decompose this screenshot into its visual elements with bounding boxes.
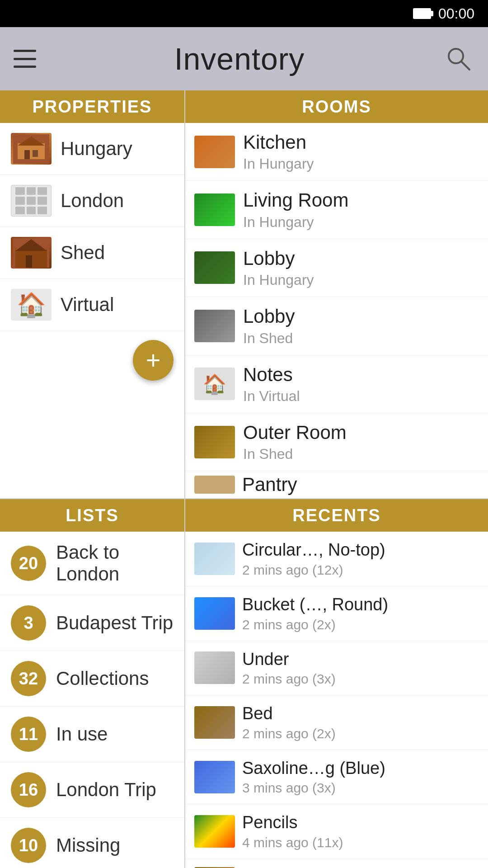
recent-item-pencils[interactable]: Pencils 4 mins ago (11x) — [185, 804, 488, 859]
svg-rect-3 — [18, 143, 45, 159]
room-name-lobby-hungary: Lobby — [243, 247, 314, 270]
status-bar: 00:00 — [0, 0, 488, 27]
list-count-collections: 32 — [19, 669, 38, 689]
room-info-outer-room: Outer Room In Shed — [243, 421, 347, 462]
recent-time-saxoline: 3 mins ago (3x) — [242, 780, 385, 796]
recent-name-bed: Bed — [242, 703, 336, 724]
room-name-notes: Notes — [243, 363, 300, 386]
room-thumb-outer-room — [194, 426, 235, 458]
recent-thumb-saxoline — [194, 761, 235, 793]
list-name-back-to-london: Back to London — [56, 542, 174, 585]
search-icon — [445, 45, 472, 72]
list-count-missing: 10 — [19, 836, 38, 855]
room-info-notes-virtual: Notes In Virtual — [243, 363, 300, 405]
properties-header: PROPERTIES — [0, 90, 184, 123]
list-item-back-to-london[interactable]: 20 Back to London — [0, 532, 184, 595]
recents-header: RECENTS — [185, 499, 488, 532]
main-content: PROPERTIES Hungary — [0, 90, 488, 498]
room-location-notes: In Virtual — [243, 388, 300, 405]
room-item-pantry-partial[interactable]: Pantry — [185, 471, 488, 498]
recent-name-pencils: Pencils — [242, 812, 343, 833]
room-name-living-room: Living Room — [243, 189, 348, 212]
room-thumb-notes-virtual: 🏠 — [194, 368, 235, 400]
property-thumb-hungary — [11, 133, 52, 165]
recent-item-back-section-partial[interactable]: Back Section — [185, 859, 488, 868]
property-thumb-shed — [11, 237, 52, 269]
list-badge-london-trip: 16 — [11, 772, 46, 807]
property-name-virtual: Virtual — [61, 294, 114, 316]
room-item-lobby-hungary[interactable]: Lobby In Hungary — [185, 239, 488, 297]
recent-time-circular: 2 mins ago (12x) — [242, 562, 385, 578]
recent-time-bucket: 2 mins ago (2x) — [242, 617, 388, 632]
recent-name-bucket: Bucket (…, Round) — [242, 594, 388, 615]
list-name-in-use: In use — [56, 723, 108, 745]
list-name-missing: Missing — [56, 835, 120, 856]
hamburger-line-1 — [14, 50, 36, 52]
list-item-collections[interactable]: 32 Collections — [0, 651, 184, 707]
property-item-shed[interactable]: Shed — [0, 227, 184, 279]
room-location-living-room: In Hungary — [243, 214, 348, 231]
add-property-icon: + — [146, 348, 161, 373]
property-thumb-london — [11, 185, 52, 217]
property-item-hungary[interactable]: Hungary — [0, 123, 184, 175]
recent-thumb-under — [194, 651, 235, 684]
london-grid — [15, 187, 47, 214]
list-item-london-trip[interactable]: 16 London Trip — [0, 762, 184, 818]
room-info-kitchen: Kitchen In Hungary — [243, 131, 314, 172]
recent-info-under: Under 2 mins ago (3x) — [242, 649, 336, 687]
room-location-lobby-hungary: In Hungary — [243, 272, 314, 288]
recent-item-bed[interactable]: Bed 2 mins ago (2x) — [185, 695, 488, 750]
notes-house-icon: 🏠 — [203, 373, 226, 395]
svg-line-1 — [461, 61, 469, 70]
search-button[interactable] — [443, 43, 474, 75]
list-count-budapest-trip: 3 — [23, 613, 33, 633]
recent-time-pencils: 4 mins ago (11x) — [242, 835, 343, 850]
lists-header: LISTS — [0, 499, 184, 532]
hungary-thumb-img — [13, 134, 49, 164]
room-item-living-room[interactable]: Living Room In Hungary — [185, 181, 488, 239]
svg-rect-10 — [26, 255, 32, 268]
recent-name-saxoline: Saxoline…g (Blue) — [242, 758, 385, 779]
list-item-in-use[interactable]: 11 In use — [0, 707, 184, 762]
recent-name-under: Under — [242, 649, 336, 670]
recent-info-bucket: Bucket (…, Round) 2 mins ago (2x) — [242, 594, 388, 632]
room-item-outer-room[interactable]: Outer Room In Shed — [185, 413, 488, 471]
app-header: Inventory — [0, 27, 488, 90]
list-name-collections: Collections — [56, 668, 149, 689]
recent-info-bed: Bed 2 mins ago (2x) — [242, 703, 336, 741]
room-name-outer-room: Outer Room — [243, 421, 347, 444]
recent-item-circular[interactable]: Circular…, No-top) 2 mins ago (12x) — [185, 532, 488, 586]
room-info-lobby-shed: Lobby In Shed — [243, 305, 295, 346]
property-item-virtual[interactable]: 🏠 Virtual — [0, 279, 184, 331]
room-item-notes-virtual[interactable]: 🏠 Notes In Virtual — [185, 355, 488, 413]
room-location-lobby-shed: In Shed — [243, 330, 295, 347]
property-item-london[interactable]: London — [0, 175, 184, 227]
room-name-lobby-shed: Lobby — [243, 305, 295, 328]
recent-info-circular: Circular…, No-top) 2 mins ago (12x) — [242, 540, 385, 578]
room-thumb-kitchen — [194, 136, 235, 168]
recent-thumb-pencils — [194, 815, 235, 848]
lists-panel: LISTS 20 Back to London 3 Budapest Trip … — [0, 499, 185, 868]
room-info-living-room: Living Room In Hungary — [243, 189, 348, 230]
recent-info-pencils: Pencils 4 mins ago (11x) — [242, 812, 343, 850]
room-thumb-lobby-shed — [194, 310, 235, 342]
room-name-kitchen: Kitchen — [243, 131, 314, 154]
svg-rect-5 — [24, 150, 30, 159]
menu-button[interactable] — [14, 50, 36, 68]
recent-thumb-circular — [194, 542, 235, 575]
room-item-kitchen[interactable]: Kitchen In Hungary — [185, 123, 488, 181]
room-item-lobby-shed[interactable]: Lobby In Shed — [185, 297, 488, 355]
add-property-button[interactable]: + — [133, 340, 174, 381]
list-item-missing[interactable]: 10 Missing — [0, 818, 184, 868]
hamburger-line-2 — [14, 58, 36, 60]
list-count-back-to-london: 20 — [19, 554, 38, 573]
room-info-lobby-hungary: Lobby In Hungary — [243, 247, 314, 288]
recent-item-bucket[interactable]: Bucket (…, Round) 2 mins ago (2x) — [185, 586, 488, 641]
shed-thumb-img — [13, 238, 49, 268]
property-name-london: London — [61, 190, 124, 212]
list-item-budapest-trip[interactable]: 3 Budapest Trip — [0, 595, 184, 651]
svg-rect-6 — [33, 150, 38, 157]
recent-item-under[interactable]: Under 2 mins ago (3x) — [185, 641, 488, 696]
lists-header-text: LISTS — [66, 506, 119, 525]
recent-item-saxoline[interactable]: Saxoline…g (Blue) 3 mins ago (3x) — [185, 750, 488, 805]
